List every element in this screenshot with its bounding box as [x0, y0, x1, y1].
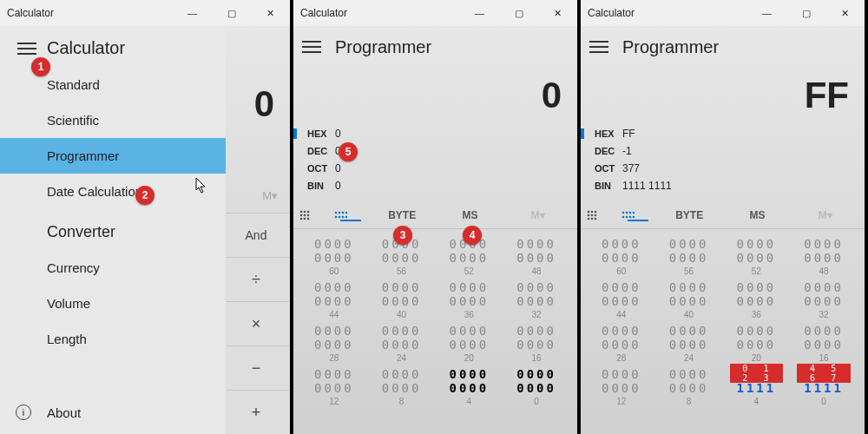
bit-index: 60 — [302, 266, 366, 276]
base-row-dec[interactable]: DEC-1 — [589, 142, 865, 160]
bit-nibble[interactable]: 4 5 6 71111 11110 — [792, 365, 856, 406]
bit-toggle-mode-button[interactable] — [333, 210, 368, 220]
bit-nibble[interactable]: 0 1 2 31111 11114 — [725, 365, 789, 406]
keypad-mode-button[interactable] — [586, 209, 621, 221]
bit-nibble[interactable]: 0000 00004 — [437, 365, 502, 406]
bit-nibble[interactable]: 0000 000028 — [302, 321, 366, 363]
bit-nibble[interactable]: 0000 000040 — [370, 278, 434, 319]
close-button[interactable]: ✕ — [251, 0, 290, 26]
keypad-mode-button[interactable] — [299, 209, 333, 221]
bit-nibble[interactable]: 0000 000060 — [589, 234, 654, 276]
bit-nibble[interactable]: 0000 000024 — [657, 321, 721, 363]
menu-item-programmer[interactable]: Programmer — [0, 138, 226, 174]
bit-nibble[interactable]: 0000 000040 — [657, 278, 721, 319]
close-button[interactable]: ✕ — [825, 0, 865, 26]
bit-nibble[interactable]: 0000 000044 — [589, 278, 654, 319]
op-plus-button[interactable]: + — [222, 390, 290, 434]
word-size-button[interactable]: BYTE — [368, 209, 436, 221]
bit-nibble[interactable]: 0000 000036 — [725, 278, 789, 319]
maximize-button[interactable]: ▢ — [499, 0, 538, 26]
menu-item-date-calculation[interactable]: Date Calculation — [0, 174, 226, 209]
svg-point-20 — [588, 214, 590, 216]
bit-values: 0000 0000 — [302, 278, 366, 308]
bit-nibble[interactable]: 0000 000012 — [302, 365, 366, 406]
bit-nibble[interactable]: 0000 000056 — [657, 234, 721, 276]
menu-item-about[interactable]: i About — [0, 396, 226, 429]
memory-dropdown[interactable]: M▾ — [504, 209, 572, 221]
menu-item-volume[interactable]: Volume — [0, 286, 226, 321]
bit-nibble[interactable]: 0000 000016 — [504, 321, 569, 363]
bit-values: 0000 0000 — [370, 365, 434, 395]
memory-store-button[interactable]: MS — [723, 209, 791, 221]
bit-values: 0000 0000 — [302, 234, 366, 265]
word-size-button[interactable]: BYTE — [655, 209, 723, 221]
op-divide-button[interactable]: ÷ — [222, 257, 290, 301]
bit-values: 0000 0000 — [725, 278, 789, 308]
svg-point-29 — [633, 211, 635, 214]
op-and-button[interactable]: And — [222, 213, 290, 257]
bit-nibble[interactable]: 0000 000060 — [302, 234, 366, 276]
bit-values: 0000 0000 — [370, 278, 434, 308]
bit-nibble[interactable]: 0000 000032 — [792, 278, 856, 319]
bit-nibble[interactable]: 0000 000020 — [437, 321, 502, 363]
menu-item-currency[interactable]: Currency — [0, 250, 226, 286]
menu-item-scientific[interactable]: Scientific — [0, 102, 226, 138]
bit-index-overlay: 4 5 6 7 — [797, 364, 851, 383]
hamburger-icon[interactable] — [17, 39, 36, 58]
bit-index: 40 — [657, 310, 721, 319]
bit-values: 0000 0000 — [302, 321, 366, 352]
bit-index: 56 — [657, 266, 721, 276]
bit-index: 4 — [725, 397, 789, 406]
bit-nibble[interactable]: 0000 00000 — [504, 365, 569, 406]
base-row-hex[interactable]: HEXFF — [589, 125, 865, 142]
menu-item-length[interactable]: Length — [0, 321, 226, 357]
bit-nibble[interactable]: 0000 000044 — [302, 278, 366, 319]
bit-nibble[interactable]: 0000 000052 — [725, 234, 789, 276]
bit-index: 28 — [589, 353, 654, 363]
op-multiply-button[interactable]: × — [222, 301, 290, 345]
base-row-oct[interactable]: OCT377 — [589, 160, 865, 177]
hamburger-icon[interactable] — [589, 37, 608, 56]
bit-index: 4 — [437, 397, 502, 406]
bit-nibble[interactable]: 0000 00008 — [657, 365, 721, 406]
bit-toggle-mode-button[interactable] — [621, 210, 655, 220]
close-button[interactable]: ✕ — [538, 0, 577, 26]
base-row-oct[interactable]: OCT0 — [302, 160, 577, 177]
bit-values: 0000 0000 — [589, 234, 654, 265]
bit-index: 40 — [370, 310, 434, 319]
base-row-bin[interactable]: BIN1111 1111 — [589, 177, 865, 194]
bit-nibble[interactable]: 0000 000024 — [370, 321, 434, 363]
minimize-button[interactable]: — — [173, 0, 212, 26]
bit-nibble[interactable]: 0000 000028 — [589, 321, 654, 363]
memory-dropdown[interactable]: M▾ — [792, 209, 859, 221]
bit-values: 0000 0000 — [657, 278, 721, 308]
bit-nibble[interactable]: 0000 000012 — [589, 365, 654, 406]
annotation-badge-5: 5 — [339, 142, 358, 161]
bit-nibble[interactable]: 0000 000032 — [504, 278, 569, 319]
minimize-button[interactable]: — — [747, 0, 786, 26]
titlebar[interactable]: Calculator — ▢ ✕ — [0, 0, 290, 26]
bit-nibble[interactable]: 0000 000048 — [504, 234, 569, 276]
bit-nibble[interactable]: 0000 000036 — [437, 278, 502, 319]
bit-index: 60 — [589, 266, 654, 276]
base-row-bin[interactable]: BIN0 — [302, 177, 577, 194]
base-readout: HEX0 DEC0 OCT0 BIN0 — [293, 122, 577, 201]
bit-nibble[interactable]: 0000 000048 — [792, 234, 856, 276]
bit-nibble[interactable]: 0000 000016 — [792, 321, 856, 363]
bit-nibble[interactable]: 0000 000020 — [725, 321, 789, 363]
bit-values: 0000 0000 — [589, 365, 654, 395]
bit-values: 0000 0000 — [437, 278, 502, 308]
maximize-button[interactable]: ▢ — [212, 0, 251, 26]
bit-index: 16 — [504, 353, 569, 363]
op-minus-button[interactable]: − — [222, 345, 290, 390]
base-row-hex[interactable]: HEX0 — [302, 125, 577, 142]
titlebar[interactable]: Calculator — ▢ ✕ — [581, 0, 865, 26]
hamburger-icon[interactable] — [302, 37, 321, 56]
bit-nibble[interactable]: 0000 00008 — [370, 365, 434, 406]
bit-index: 32 — [792, 310, 856, 319]
memory-store-button[interactable]: MS — [436, 209, 503, 221]
minimize-button[interactable]: — — [460, 0, 499, 26]
titlebar[interactable]: Calculator — ▢ ✕ — [293, 0, 577, 26]
maximize-button[interactable]: ▢ — [786, 0, 825, 26]
svg-point-21 — [591, 214, 594, 216]
